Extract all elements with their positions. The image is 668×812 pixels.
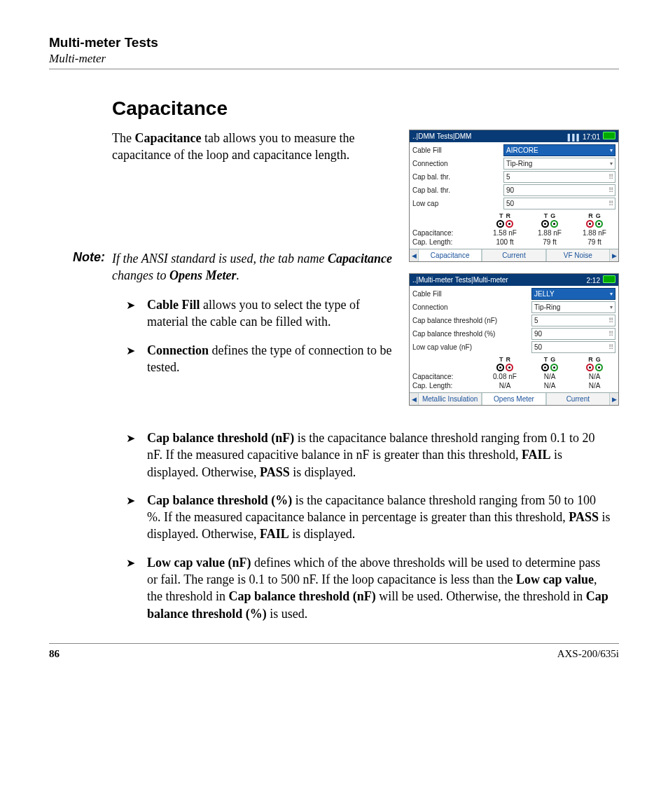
keypad-icon: ⠿	[608, 200, 613, 207]
model-number: AXS-200/635i	[557, 648, 619, 660]
form-row: Cable FillJELLY▾	[412, 288, 615, 300]
data-value: 1.58 nF	[484, 229, 526, 237]
tab-scroll-left[interactable]: ◀	[410, 249, 418, 261]
device-titlebar: ..|DMM Tests|DMM ▌▌▌17:01	[410, 130, 618, 142]
data-row: Capacitance:1.58 nF1.88 nF1.88 nF	[412, 229, 615, 237]
data-value: 79 ft	[529, 238, 571, 246]
list-item: Cable Fill allows you to select the type…	[126, 296, 396, 331]
pair-icon: RG	[573, 212, 615, 228]
field-label: Connection	[412, 160, 501, 167]
data-value: 1.88 nF	[529, 229, 571, 237]
chevron-down-icon: ▾	[610, 160, 613, 167]
tab-scroll-right[interactable]: ▶	[610, 393, 618, 405]
pair-header-row: TRTGRG	[412, 356, 615, 371]
form-row: Cap balance threshold (%)90⠿	[412, 328, 615, 340]
list-item: Low cap value (nF) defines which of the …	[126, 554, 612, 622]
field-label: Cable Fill	[412, 146, 501, 154]
data-value: 79 ft	[573, 238, 615, 246]
tab-bar: ◀Metallic InsulationOpens MeterCurrent▶	[410, 392, 618, 405]
pair-header-row: TRTGRG	[412, 212, 615, 228]
chevron-down-icon: ▾	[610, 147, 613, 153]
page-number: 86	[49, 648, 60, 660]
number-input[interactable]: 50⠿	[531, 341, 615, 353]
number-input[interactable]: 50⠿	[503, 198, 615, 209]
text: The	[112, 131, 134, 145]
data-value: N/A	[484, 382, 526, 390]
pair-icon: RG	[573, 356, 615, 371]
dropdown[interactable]: JELLY▾	[531, 288, 615, 300]
dropdown[interactable]: AIRCORE▾	[503, 144, 615, 156]
number-input[interactable]: 5⠿	[531, 315, 615, 326]
form-row: Cap bal. thr.90⠿	[412, 184, 615, 196]
intro-paragraph: The Capacitance tab allows you to measur…	[49, 130, 396, 164]
text: Capacitance	[328, 252, 392, 266]
chapter-title: Multi-meter Tests	[49, 35, 619, 50]
form-row: ConnectionTip-Ring▾	[412, 301, 615, 313]
keypad-icon: ⠿	[608, 173, 613, 181]
form-row: Cable FillAIRCORE▾	[412, 144, 615, 156]
tab[interactable]: VF Noise	[546, 249, 610, 261]
tab[interactable]: Capacitance	[418, 249, 482, 261]
keypad-icon: ⠿	[608, 343, 613, 351]
bullet-list: Cap balance threshold (nF) is the capaci…	[49, 429, 619, 622]
text: Opens Meter	[169, 268, 237, 282]
tab-scroll-right[interactable]: ▶	[610, 249, 618, 261]
note-label: Note:	[60, 250, 105, 284]
field-label: Cap bal. thr.	[412, 173, 501, 181]
field-label: Cap bal. thr.	[412, 186, 501, 194]
number-input[interactable]: 5⠿	[503, 171, 615, 183]
data-row: Cap. Length:100 ft79 ft79 ft	[412, 238, 615, 246]
data-value: 100 ft	[484, 238, 526, 246]
data-value: N/A	[573, 373, 615, 380]
pair-icon: TR	[484, 212, 526, 228]
dropdown[interactable]: Tip-Ring▾	[531, 301, 615, 313]
header-rule	[49, 69, 619, 69]
note-body: If the ANSI standard is used, the tab na…	[112, 250, 396, 284]
data-value: N/A	[529, 373, 571, 380]
pair-icon: TG	[529, 356, 571, 371]
tab[interactable]: Current	[482, 249, 545, 261]
device-screenshot-2: ..|Multi-meter Tests|Multi-meter 2:12 Ca…	[409, 273, 619, 406]
breadcrumb: ..|DMM Tests|DMM	[412, 132, 471, 140]
list-item: Cap balance threshold (%) is the capacit…	[126, 492, 612, 543]
section-subtitle: Multi-meter	[49, 52, 619, 66]
note-block: Note: If the ANSI standard is used, the …	[49, 250, 396, 284]
field-label: Cap balance threshold (nF)	[412, 317, 529, 324]
section-heading: Capacitance	[49, 97, 619, 120]
chevron-down-icon: ▾	[610, 291, 613, 297]
form-row: Low cap50⠿	[412, 198, 615, 209]
pair-icon: TR	[484, 356, 526, 371]
field-label: Cable Fill	[412, 290, 529, 298]
tab[interactable]: Current	[546, 393, 610, 405]
pair-icon: TG	[529, 212, 571, 228]
data-label: Capacitance:	[412, 373, 481, 380]
form-row: Low cap value (nF)50⠿	[412, 341, 615, 353]
data-row: Capacitance:0.08 nFN/AN/A	[412, 373, 615, 380]
form-row: Cap balance threshold (nF)5⠿	[412, 315, 615, 326]
field-label: Connection	[412, 303, 529, 311]
list-item: Connection defines the type of connectio…	[126, 342, 396, 376]
data-label: Capacitance:	[412, 229, 481, 237]
signal-icon: ▌▌▌	[568, 134, 581, 141]
list-item: Cap balance threshold (nF) is the capaci…	[126, 429, 612, 481]
clock: 2:12	[587, 277, 600, 284]
text: Capacitance	[134, 131, 201, 145]
tab-scroll-left[interactable]: ◀	[410, 393, 418, 405]
text: .	[236, 268, 239, 282]
text: changes to	[112, 268, 169, 282]
data-label: Cap. Length:	[412, 238, 481, 246]
field-label: Low cap	[412, 200, 501, 207]
form-row: ConnectionTip-Ring▾	[412, 158, 615, 170]
dropdown[interactable]: Tip-Ring▾	[503, 158, 615, 170]
device-titlebar: ..|Multi-meter Tests|Multi-meter 2:12	[410, 274, 618, 286]
number-input[interactable]: 90⠿	[503, 184, 615, 196]
keypad-icon: ⠿	[608, 317, 613, 324]
tab[interactable]: Metallic Insulation	[418, 393, 482, 405]
number-input[interactable]: 90⠿	[531, 328, 615, 340]
device-screenshot-1: ..|DMM Tests|DMM ▌▌▌17:01 Cable FillAIRC…	[409, 130, 619, 262]
data-value: 0.08 nF	[484, 373, 526, 380]
battery-icon	[603, 275, 615, 283]
tab-bar: ◀CapacitanceCurrentVF Noise▶	[410, 249, 618, 261]
field-label: Cap balance threshold (%)	[412, 330, 529, 338]
tab[interactable]: Opens Meter	[482, 393, 545, 405]
